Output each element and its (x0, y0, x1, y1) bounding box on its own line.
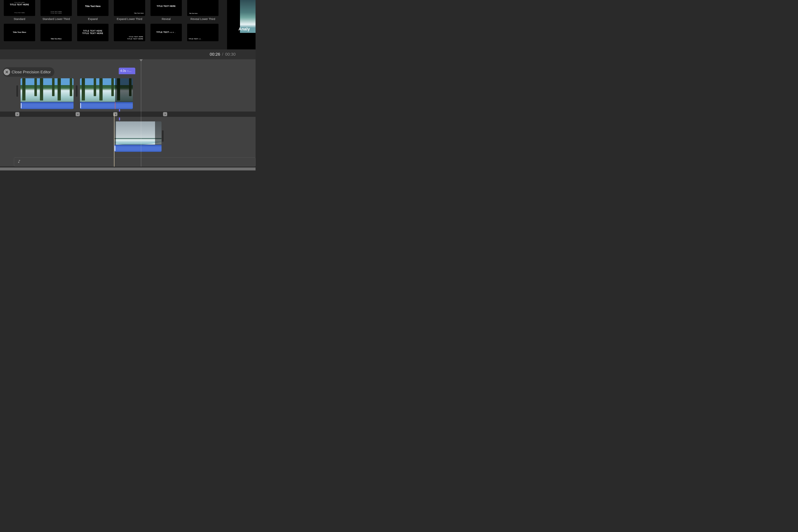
clip-trim-handle[interactable] (16, 85, 18, 97)
edit-point[interactable] (76, 112, 80, 116)
edit-marker[interactable] (115, 102, 115, 109)
title-thumb-text-top: TITLE TEXT HERE (77, 30, 109, 32)
title-clip[interactable]: 4.0s –… (119, 68, 135, 74)
timecode-separator: / (222, 52, 223, 57)
timecode-total: 00:30 (225, 52, 235, 57)
title-template-standard[interactable]: TITLE TEXT HERE TITLE TEXT HERE TITLE TE… (4, 0, 35, 21)
clip-trim-handle[interactable] (76, 85, 77, 97)
titles-grid: TITLE TEXT HERE TITLE TEXT HERE TITLE TE… (0, 0, 227, 41)
title-thumb-text-main: Title Text Here (4, 31, 35, 33)
title-template-focus[interactable]: Title Text Here (4, 24, 35, 41)
title-thumb: TITLE TEXT HERE (151, 0, 182, 16)
title-template-reveal2-lower-third[interactable]: TITLE TEXT H E … (187, 24, 218, 41)
title-template-reveal2[interactable]: TITLE TEXT H E R … (151, 24, 182, 41)
title-thumb-text-top: TITLE TEXT HERE (129, 36, 143, 37)
title-thumb: TITLE TEXT HERE TITLE TEXT HERE (77, 24, 109, 41)
title-template-reveal[interactable]: TITLE TEXT HERE Reveal (151, 0, 182, 21)
clip-audio-waveform[interactable] (114, 145, 162, 152)
title-thumb: Title Text Here (114, 0, 145, 16)
title-clip-label: 4.0s –… (120, 69, 132, 73)
title-thumb-text-tail: H E … (199, 38, 202, 39)
title-template-label: Standard (14, 17, 25, 21)
title-thumb-text-main: TITLE TEXT HERE (77, 32, 109, 34)
title-thumb: TITLE TEXT H E … (187, 24, 218, 41)
transition-marker-bottom[interactable] (119, 117, 120, 120)
title-thumb-text-main: Title Text Here (77, 5, 109, 7)
close-precision-editor-button[interactable]: Close Precision Editor (3, 67, 54, 77)
precision-editor-bar[interactable] (0, 112, 255, 117)
title-thumb-text-lower: Title Text Here (134, 12, 144, 14)
clip-audio-waveform[interactable] (20, 102, 74, 109)
edit-point[interactable] (163, 112, 167, 116)
clip-trim-handle[interactable] (162, 130, 164, 142)
title-thumb-text-bottom: TITLE TEXT HERE (4, 12, 35, 13)
clip-audio-waveform[interactable] (80, 102, 133, 109)
title-template-label: Expand Lower Third (117, 17, 142, 21)
title-template-reveal-lower-third[interactable]: Title Text Here Reveal Lower Third (187, 0, 218, 21)
video-clip-3[interactable] (114, 121, 162, 152)
title-template-expand[interactable]: Title Text Here Expand (77, 0, 109, 21)
video-clip-2[interactable] (80, 78, 133, 109)
title-template-label: Standard Lower Third (42, 17, 70, 21)
title-thumb: TITLE TEXT H E R … (151, 24, 182, 41)
title-thumb-text-main: TITLE TEXT HERE (4, 3, 35, 6)
title-template-label: Expand (88, 17, 98, 21)
edit-point[interactable] (15, 112, 19, 116)
video-clip-1[interactable] (20, 78, 74, 109)
viewer-panel: Analy (227, 0, 255, 50)
title-thumb-text-top: TITLE TEXT HERE (4, 2, 35, 3)
title-thumb: TITLE TEXT HERE TITLE TEXT HERE TITLE TE… (4, 0, 35, 16)
title-thumb-text-main: TITLE TEXT (189, 38, 198, 40)
title-thumb: Title Text Here (77, 0, 109, 16)
title-thumb-text-main: TITLE TEXT HERE (127, 38, 143, 40)
title-thumb: Title Text Here (40, 24, 72, 41)
title-thumb-text-tail: H E R … (170, 32, 176, 33)
title-template-label: Reveal Lower Third (191, 17, 215, 21)
timeline-bottom-shelf (0, 167, 255, 170)
title-thumb-text-lower: Title Text Here (189, 13, 197, 14)
title-template-standard-lower-third[interactable]: TITLE TEXT HERE TITLE TEXT HERE Standard… (40, 0, 72, 21)
title-thumb: TITLE TEXT HERE TITLE TEXT HERE (40, 0, 72, 16)
title-thumb-text-lower: Title Text Here (40, 38, 72, 40)
close-icon (4, 69, 10, 75)
timeline[interactable]: Close Precision Editor 4.0s –… (0, 59, 255, 170)
title-thumb: TITLE TEXT HERE TITLE TEXT HERE (114, 24, 145, 41)
timeline-header: 00:26 / 00:30 (0, 50, 255, 59)
titles-browser: TITLE TEXT HERE TITLE TEXT HERE TITLE TE… (0, 0, 227, 50)
music-note-icon (18, 159, 21, 164)
title-template-line[interactable]: TITLE TEXT HERE TITLE TEXT HERE (77, 24, 109, 41)
title-thumb: Title Text Here (187, 0, 218, 16)
title-template-label: Reveal (162, 17, 171, 21)
title-thumb: Title Text Here (4, 24, 35, 41)
analysis-label: Analy (239, 26, 250, 32)
title-thumb-text-lower: TITLE TEXT HERE TITLE TEXT HERE (40, 11, 72, 14)
title-thumb-text-main: TITLE TEXT (156, 31, 169, 33)
title-thumb-text-main: TITLE TEXT HERE (151, 5, 182, 7)
close-precision-editor-label: Close Precision Editor (12, 70, 51, 74)
timecode-current: 00:26 (210, 52, 220, 57)
title-template-expand-lower-third[interactable]: Title Text Here Expand Lower Third (114, 0, 145, 21)
music-track-dropzone[interactable] (14, 157, 255, 167)
title-template-focus-lower-third[interactable]: Title Text Here (40, 24, 72, 41)
title-template-line-lower-third[interactable]: TITLE TEXT HERE TITLE TEXT HERE (114, 24, 145, 41)
